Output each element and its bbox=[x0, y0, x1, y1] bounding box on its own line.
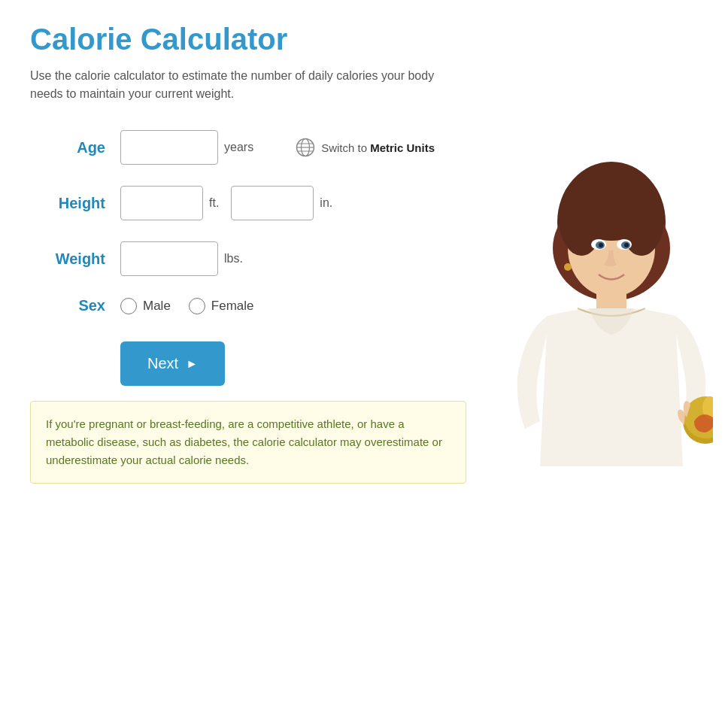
sex-options: Male Female bbox=[120, 298, 254, 314]
height-in-unit: in. bbox=[320, 196, 332, 210]
metric-switch-text: Switch to Metric Units bbox=[321, 141, 435, 154]
sex-row: Sex Male Female bbox=[30, 297, 698, 314]
next-arrow-icon: ► bbox=[186, 357, 198, 371]
notice-box: If you're pregnant or breast-feeding, ar… bbox=[30, 401, 466, 484]
weight-unit: lbs. bbox=[224, 252, 243, 265]
height-in-input[interactable] bbox=[231, 186, 314, 220]
page-description: Use the calorie calculator to estimate t… bbox=[30, 67, 466, 103]
height-ft-unit: ft. bbox=[209, 196, 219, 210]
age-label: Age bbox=[30, 139, 105, 156]
globe-icon bbox=[296, 138, 315, 157]
metric-switch-button[interactable]: Switch to Metric Units bbox=[296, 138, 435, 157]
age-unit: years bbox=[224, 141, 253, 154]
sex-male-label: Male bbox=[143, 299, 171, 314]
weight-row: Weight lbs. bbox=[30, 241, 698, 276]
calculator-form: Age years Switch to Metric Units Height bbox=[30, 130, 698, 386]
age-row: Age years Switch to Metric Units bbox=[30, 130, 698, 165]
sex-female-radio[interactable] bbox=[189, 298, 205, 314]
sex-female-label: Female bbox=[211, 299, 254, 314]
sex-male-option[interactable]: Male bbox=[120, 298, 171, 314]
next-button-label: Next bbox=[147, 355, 178, 372]
next-button[interactable]: Next ► bbox=[120, 341, 225, 386]
height-ft-input[interactable] bbox=[120, 186, 203, 220]
page-title: Calorie Calculator bbox=[30, 23, 698, 56]
notice-text: If you're pregnant or breast-feeding, ar… bbox=[46, 417, 442, 466]
height-row: Height ft. in. bbox=[30, 186, 698, 220]
age-input[interactable] bbox=[120, 130, 218, 165]
height-label: Height bbox=[30, 195, 105, 212]
sex-female-option[interactable]: Female bbox=[189, 298, 254, 314]
sex-male-radio[interactable] bbox=[120, 298, 137, 314]
weight-input[interactable] bbox=[120, 241, 218, 276]
weight-label: Weight bbox=[30, 250, 105, 268]
sex-label: Sex bbox=[30, 297, 105, 314]
